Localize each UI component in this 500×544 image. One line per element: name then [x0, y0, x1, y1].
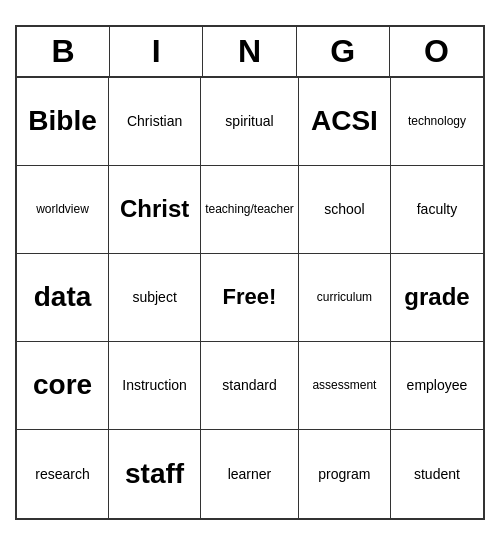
bingo-cell[interactable]: spiritual	[201, 78, 299, 166]
bingo-cell[interactable]: staff	[109, 430, 201, 518]
bingo-cell[interactable]: learner	[201, 430, 299, 518]
bingo-cell[interactable]: Christian	[109, 78, 201, 166]
bingo-cell[interactable]: teaching/teacher	[201, 166, 299, 254]
bingo-cell[interactable]: grade	[391, 254, 483, 342]
bingo-cell[interactable]: data	[17, 254, 109, 342]
bingo-grid: BibleChristianspiritualACSItechnologywor…	[17, 78, 483, 518]
bingo-cell[interactable]: student	[391, 430, 483, 518]
bingo-cell[interactable]: research	[17, 430, 109, 518]
header-letter: O	[390, 27, 483, 76]
header-letter: I	[110, 27, 203, 76]
bingo-cell[interactable]: faculty	[391, 166, 483, 254]
header-letter: G	[297, 27, 390, 76]
bingo-header: BINGO	[17, 27, 483, 78]
bingo-cell[interactable]: program	[299, 430, 391, 518]
bingo-cell[interactable]: Free!	[201, 254, 299, 342]
bingo-cell[interactable]: ACSI	[299, 78, 391, 166]
bingo-cell[interactable]: Instruction	[109, 342, 201, 430]
bingo-cell[interactable]: core	[17, 342, 109, 430]
bingo-cell[interactable]: assessment	[299, 342, 391, 430]
bingo-cell[interactable]: school	[299, 166, 391, 254]
bingo-cell[interactable]: curriculum	[299, 254, 391, 342]
header-letter: N	[203, 27, 296, 76]
bingo-cell[interactable]: employee	[391, 342, 483, 430]
bingo-cell[interactable]: standard	[201, 342, 299, 430]
bingo-card: BINGO BibleChristianspiritualACSItechnol…	[15, 25, 485, 520]
bingo-cell[interactable]: worldview	[17, 166, 109, 254]
bingo-cell[interactable]: Bible	[17, 78, 109, 166]
bingo-cell[interactable]: Christ	[109, 166, 201, 254]
bingo-cell[interactable]: subject	[109, 254, 201, 342]
bingo-cell[interactable]: technology	[391, 78, 483, 166]
header-letter: B	[17, 27, 110, 76]
